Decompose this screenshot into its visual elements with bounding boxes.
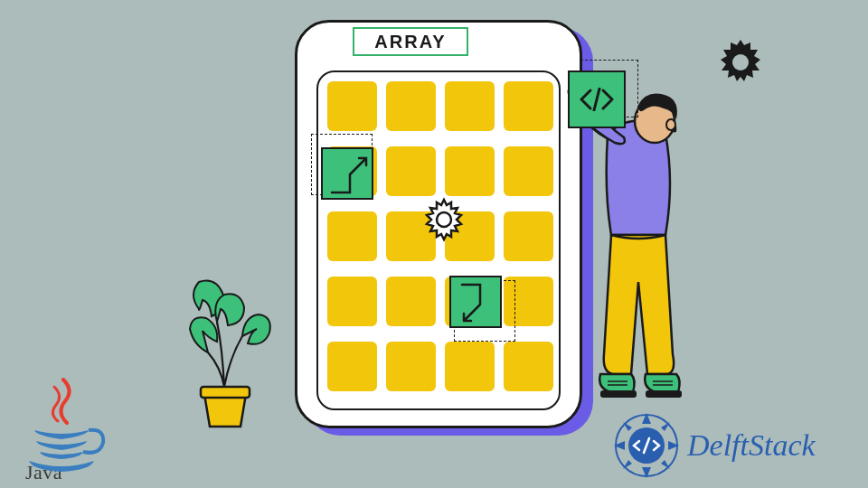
grid-cell — [327, 277, 377, 326]
grid-cell — [327, 342, 377, 391]
gear-icon — [421, 197, 467, 242]
code-tag-box — [568, 70, 626, 128]
array-label: ARRAY — [353, 27, 468, 56]
delftstack-badge-icon — [611, 410, 682, 481]
person-illustration — [561, 83, 741, 427]
resize-box — [321, 147, 373, 200]
gear-icon — [714, 36, 767, 89]
grid-cell — [327, 81, 377, 131]
grid-cell — [327, 211, 377, 261]
grid-cell — [386, 81, 436, 131]
grid-cell — [445, 146, 495, 196]
grid-cell — [445, 342, 495, 391]
code-icon — [578, 88, 616, 111]
plant-illustration — [172, 258, 280, 430]
delftstack-wordmark: DelftStack — [687, 428, 816, 463]
grid-cell — [386, 146, 436, 196]
grid-cell — [445, 81, 495, 131]
expand-icon — [323, 149, 375, 202]
grid-cell — [386, 342, 436, 391]
grid-cell — [504, 81, 553, 131]
svg-point-1 — [437, 212, 451, 227]
array-label-text: ARRAY — [374, 32, 446, 52]
grid-cell — [386, 277, 436, 326]
svg-point-4 — [666, 119, 675, 130]
delftstack-logo: DelftStack — [611, 410, 816, 481]
java-logo — [16, 378, 125, 486]
grid-cell — [504, 146, 553, 196]
shrink-icon — [451, 277, 504, 330]
svg-rect-7 — [201, 387, 250, 398]
resize-overlay — [311, 134, 373, 195]
svg-rect-6 — [646, 390, 682, 398]
resize-overlay — [454, 280, 515, 342]
illustration-canvas: ARRAY — [0, 0, 868, 488]
grid-cell — [504, 211, 553, 261]
svg-rect-5 — [600, 390, 637, 398]
grid-cell — [504, 342, 553, 391]
resize-box — [449, 276, 502, 328]
svg-point-2 — [732, 54, 749, 70]
